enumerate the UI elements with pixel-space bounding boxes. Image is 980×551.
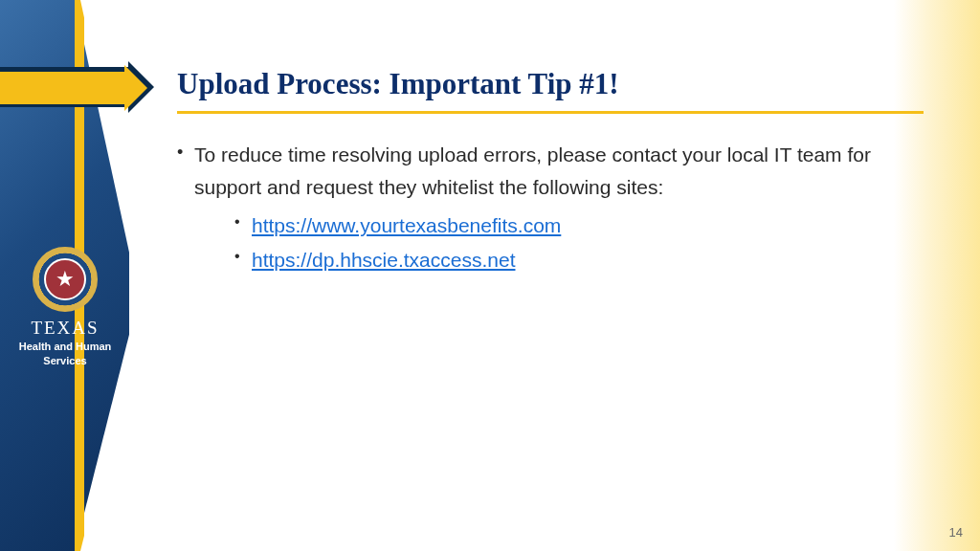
arrow-band: [0, 72, 124, 104]
logo-state-name: TEXAS: [17, 318, 113, 339]
texas-seal-icon: ★: [33, 247, 98, 312]
logo-agency-line2: Services: [17, 355, 113, 367]
sub-bullet-item: https://dp.hhscie.txaccess.net: [234, 243, 924, 277]
title-underline: [177, 111, 924, 114]
whitelist-link-2[interactable]: https://dp.hhscie.txaccess.net: [252, 249, 515, 271]
main-bullet-item: To reduce time resolving upload errors, …: [177, 139, 924, 277]
logo-area: ★ TEXAS Health and Human Services: [17, 247, 113, 367]
main-bullet-text: To reduce time resolving upload errors, …: [194, 143, 871, 198]
slide-content: Upload Process: Important Tip #1! To red…: [177, 67, 924, 281]
logo-agency-line1: Health and Human: [17, 341, 113, 353]
star-icon: ★: [56, 267, 75, 292]
sub-bullet-item: https://www.yourtexasbenefits.com: [234, 209, 924, 243]
sub-bullet-list: https://www.yourtexasbenefits.com https:…: [194, 209, 924, 276]
whitelist-link-1[interactable]: https://www.yourtexasbenefits.com: [252, 214, 561, 236]
sidebar: ★ TEXAS Health and Human Services: [0, 0, 139, 551]
slide-title: Upload Process: Important Tip #1!: [177, 67, 924, 101]
seal-inner: ★: [44, 258, 86, 300]
arrow-head-icon: [124, 65, 147, 111]
main-bullet-list: To reduce time resolving upload errors, …: [177, 139, 924, 277]
page-number: 14: [949, 525, 963, 540]
